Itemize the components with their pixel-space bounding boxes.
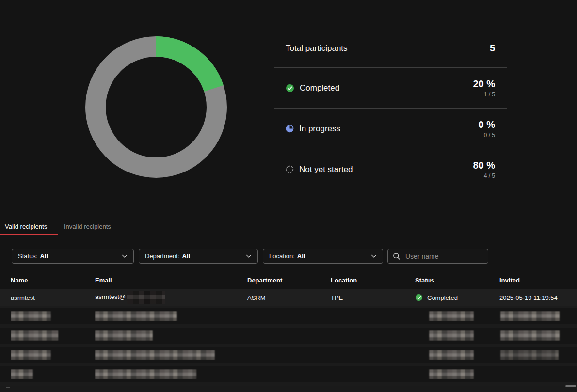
table-header: Name Email Department Location Status In…: [0, 272, 577, 289]
total-participants-label: Total participants: [286, 44, 348, 53]
table-row-redacted[interactable]: [0, 347, 577, 366]
department-filter-label: Department:: [145, 252, 180, 260]
completed-icon: [286, 84, 294, 93]
in-progress-row: In progress 0 % 0 / 5: [274, 108, 507, 149]
redacted-email-domain: [127, 291, 165, 304]
redacted-name: [11, 311, 51, 321]
table-row[interactable]: asrmtest asrmtest@ ASRM TPE Completed 20…: [0, 289, 577, 308]
column-header-location: Location: [331, 277, 415, 284]
table-row-redacted[interactable]: [0, 366, 577, 386]
tab-invalid-recipients[interactable]: Invalid recipients: [64, 223, 111, 230]
redacted-email: [95, 330, 153, 341]
department-filter-value: All: [182, 252, 191, 260]
status-cell: Completed: [415, 294, 499, 301]
recipients-table: asrmtest asrmtest@ ASRM TPE Completed 20…: [0, 289, 577, 386]
completed-check-icon: [415, 294, 423, 301]
location-filter-label: Location:: [269, 252, 295, 260]
status-filter-dropdown[interactable]: Status: All: [12, 249, 134, 264]
completed-row: Completed 20 % 1 / 5: [274, 67, 507, 108]
column-header-department: Department: [247, 277, 331, 284]
email-prefix: asrmtest@: [95, 293, 126, 300]
search-icon: [393, 252, 401, 260]
email-cell: asrmtest@: [95, 291, 247, 304]
redacted-status: [429, 350, 474, 360]
horizontal-scrollbar-thumb[interactable]: [565, 385, 576, 387]
status-filter-value: All: [40, 252, 48, 260]
department-filter-dropdown[interactable]: Department: All: [139, 249, 258, 264]
audit-report-dashboard: Total participants 5 Completed 20 % 1 / …: [0, 0, 577, 392]
not-started-percent: 80 %: [473, 160, 495, 171]
redacted-name: [11, 330, 58, 341]
invited-cell: 2025-05-19 11:19:54: [499, 294, 577, 301]
not-started-label: Not yet started: [299, 165, 353, 174]
completed-fraction: 1 / 5: [473, 91, 495, 98]
table-row-redacted[interactable]: [0, 308, 577, 328]
status-text: Completed: [427, 294, 458, 301]
not-started-fraction: 4 / 5: [473, 172, 495, 179]
not-started-icon: [286, 165, 294, 173]
completed-percent: 20 %: [473, 78, 495, 89]
redacted-email: [95, 350, 215, 360]
redacted-name: [11, 369, 33, 379]
total-participants-row: Total participants 5: [274, 29, 507, 67]
location-filter-value: All: [297, 252, 305, 260]
username-search-input[interactable]: [404, 252, 483, 261]
column-header-name: Name: [11, 277, 95, 284]
name-cell: asrmtest: [11, 294, 95, 301]
in-progress-label: In progress: [299, 124, 340, 134]
in-progress-percent: 0 %: [479, 119, 495, 130]
partial-next-row: [0, 386, 577, 392]
chevron-down-icon: [122, 254, 128, 258]
location-cell: TPE: [331, 294, 415, 301]
completed-label: Completed: [300, 83, 339, 93]
username-search: [387, 249, 488, 264]
redacted-invited: [500, 311, 560, 321]
in-progress-fraction: 0 / 5: [479, 132, 495, 139]
tab-valid-recipients[interactable]: Valid recipients: [5, 223, 47, 230]
summary-panel: Total participants 5 Completed 20 % 1 / …: [274, 29, 507, 189]
location-filter-dropdown[interactable]: Location: All: [263, 249, 383, 264]
completion-donut-chart: [85, 36, 227, 178]
active-tab-indicator: [0, 234, 58, 235]
redacted-status: [429, 369, 474, 379]
redacted-name: [11, 350, 51, 360]
redacted-invited: [500, 330, 560, 341]
redacted-status: [429, 311, 474, 321]
total-participants-value: 5: [490, 43, 495, 54]
table-row-redacted[interactable]: [0, 328, 577, 347]
chevron-down-icon: [371, 254, 377, 258]
status-filter-label: Status:: [18, 252, 37, 260]
department-cell: ASRM: [247, 294, 331, 301]
redacted-invited: [500, 350, 559, 360]
column-header-email: Email: [95, 277, 247, 284]
redacted-status: [429, 330, 474, 341]
column-header-invited: Invited: [499, 277, 577, 284]
scrollbar-dash-left: [6, 387, 10, 388]
not-started-row: Not yet started 80 % 4 / 5: [274, 149, 507, 189]
redacted-email: [95, 311, 177, 321]
column-header-status: Status: [415, 277, 499, 284]
redacted-email: [95, 369, 196, 379]
in-progress-icon: [286, 125, 294, 133]
chevron-down-icon: [246, 254, 252, 258]
